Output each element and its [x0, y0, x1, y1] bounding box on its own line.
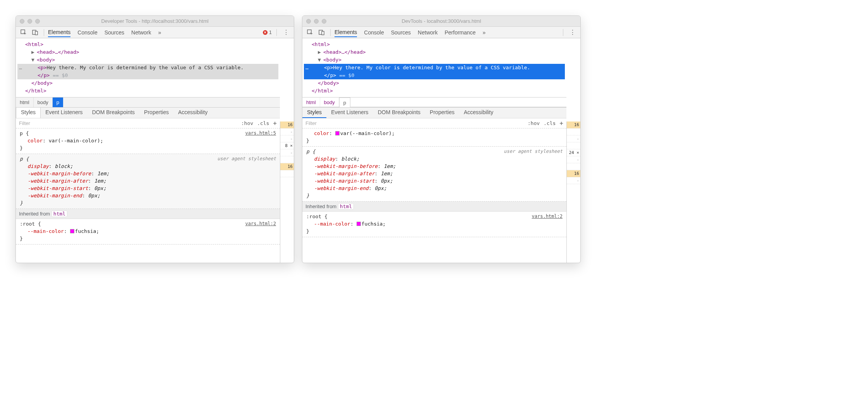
minimize-window-icon[interactable] — [27, 19, 32, 24]
inherited-from-bar: Inherited from html — [302, 202, 566, 212]
cls-toggle[interactable]: .cls — [544, 120, 556, 126]
dom-node-body-open[interactable]: ▼<body> — [304, 56, 565, 64]
inspect-element-icon[interactable] — [305, 29, 315, 36]
dom-node-p-selected[interactable]: <p>Hey there. My color is determined by … — [304, 64, 565, 79]
settings-kebab-icon[interactable]: ⋮ — [281, 29, 291, 36]
subtab-styles[interactable]: Styles — [16, 108, 41, 118]
styles-filter-row: :hov .cls + — [16, 118, 280, 128]
source-link[interactable]: vars.html:2 — [532, 214, 563, 219]
color-swatch-icon[interactable] — [70, 229, 74, 233]
tab-sources[interactable]: Sources — [105, 28, 124, 37]
breadcrumb: html body p — [302, 97, 566, 107]
svg-rect-5 — [322, 31, 324, 35]
subtab-event-listeners[interactable]: Event Listeners — [326, 108, 373, 118]
cls-toggle[interactable]: .cls — [257, 120, 269, 126]
dom-node-html-close[interactable]: </html> — [304, 87, 565, 95]
settings-kebab-icon[interactable]: ⋮ — [568, 29, 577, 36]
dom-node-html[interactable]: <html> — [304, 41, 565, 48]
dom-node-head[interactable]: ▶<head>…</head> — [304, 48, 565, 56]
style-rule-root[interactable]: vars.html:2 :root { --main-color: fuchsi… — [16, 219, 280, 245]
tab-console[interactable]: Console — [364, 28, 384, 37]
inherited-tag[interactable]: html — [338, 203, 354, 210]
style-rule-author[interactable]: vars.html:5 p { color: var(--main-color)… — [16, 128, 280, 154]
device-toggle-icon[interactable] — [31, 29, 40, 36]
subtab-properties[interactable]: Properties — [425, 108, 459, 118]
dom-node-head[interactable]: ▶<head>…</head> — [17, 48, 278, 56]
tab-elements[interactable]: Elements — [48, 28, 70, 37]
close-window-icon[interactable] — [306, 19, 311, 24]
color-swatch-icon[interactable] — [357, 222, 361, 226]
style-rule-useragent[interactable]: user agent stylesheet p { display: block… — [302, 147, 566, 202]
style-rule-root[interactable]: vars.html:2 :root { --main-color: fuchsi… — [302, 212, 566, 237]
strip-cell — [567, 142, 580, 149]
dom-tree[interactable]: <html> ▶<head>…</head> ▼<body> <p>Hey th… — [302, 38, 566, 97]
tab-network[interactable]: Network — [418, 28, 437, 37]
dom-node-body-close[interactable]: </body> — [304, 79, 565, 87]
strip-cell — [280, 156, 294, 163]
dom-node-body-open[interactable]: ▼<body> — [17, 56, 278, 64]
subtab-accessibility[interactable]: Accessibility — [173, 108, 212, 118]
tab-network[interactable]: Network — [131, 28, 151, 37]
more-tabs-icon[interactable]: » — [158, 29, 161, 36]
new-rule-button[interactable]: + — [273, 120, 277, 127]
inherited-tag[interactable]: html — [51, 210, 67, 217]
more-tabs-icon[interactable]: » — [483, 29, 486, 36]
dom-text: Hey there. My color is determined by the… — [46, 65, 244, 70]
strip-cell: - — [567, 177, 580, 184]
computed-strip: 16 - - 8 × - 16 — [280, 121, 294, 263]
dom-node-html-close[interactable]: </html> — [17, 87, 278, 95]
crumb-p-selected[interactable]: p — [53, 98, 63, 107]
crumb-html[interactable]: html — [16, 98, 34, 107]
computed-strip: 16 - 24 × - 16 - — [566, 121, 580, 263]
close-window-icon[interactable] — [20, 19, 24, 24]
dom-tree[interactable]: <html> ▶<head>…</head> ▼<body> <p>Hey th… — [16, 38, 280, 97]
strip-cell — [567, 163, 580, 170]
zoom-window-icon[interactable] — [322, 19, 326, 24]
source-link[interactable]: vars.html:5 — [245, 130, 276, 136]
tab-elements[interactable]: Elements — [335, 28, 357, 37]
crumb-html[interactable]: html — [302, 98, 320, 107]
hov-toggle[interactable]: :hov — [241, 120, 253, 126]
source-label: user agent stylesheet — [504, 148, 563, 155]
strip-cell: - — [567, 156, 580, 163]
tab-sources[interactable]: Sources — [391, 28, 411, 37]
hov-toggle[interactable]: :hov — [528, 120, 540, 126]
new-rule-button[interactable]: + — [559, 120, 563, 127]
subtab-event-listeners[interactable]: Event Listeners — [41, 108, 87, 118]
devtools-window-right: DevTools - localhost:3000/vars.html Elem… — [302, 15, 581, 263]
styles-filter-input[interactable] — [305, 120, 524, 126]
dom-node-p-selected[interactable]: <p>Hey there. My color is determined by … — [17, 64, 278, 79]
inspect-element-icon[interactable] — [19, 29, 28, 36]
minimize-window-icon[interactable] — [314, 19, 319, 24]
styles-pane: color: var(--main-color); } user agent s… — [302, 128, 566, 263]
tab-console[interactable]: Console — [77, 28, 97, 37]
strip-cell: - — [280, 128, 294, 135]
strip-cell: - — [567, 135, 580, 142]
subtab-accessibility[interactable]: Accessibility — [459, 108, 498, 118]
device-toggle-icon[interactable] — [317, 29, 326, 36]
error-count-badge[interactable]: ✕ 1 — [263, 29, 272, 35]
source-link[interactable]: vars.html:2 — [245, 221, 276, 226]
style-rule-useragent[interactable]: user agent stylesheet p { display: block… — [16, 154, 280, 209]
dom-node-html[interactable]: <html> — [17, 41, 278, 48]
traffic-lights — [306, 19, 326, 24]
crumb-p-selected[interactable]: p — [339, 98, 350, 107]
devtools-window-left: Developer Tools - http://localhost:3000/… — [15, 15, 294, 263]
error-icon: ✕ — [263, 30, 268, 35]
color-swatch-icon[interactable] — [335, 131, 340, 135]
subtab-styles[interactable]: Styles — [302, 108, 326, 118]
crumb-body[interactable]: body — [34, 98, 53, 107]
style-rule-author[interactable]: color: var(--main-color); } — [302, 128, 566, 147]
subtab-dom-breakpoints[interactable]: DOM Breakpoints — [373, 108, 425, 118]
styles-filter-input[interactable] — [19, 120, 237, 126]
main-tabs: Elements Console Sources Network » — [48, 28, 261, 37]
crumb-body[interactable]: body — [320, 98, 339, 107]
dom-node-body-close[interactable]: </body> — [17, 79, 278, 87]
subtab-dom-breakpoints[interactable]: DOM Breakpoints — [87, 108, 139, 118]
main-toolbar: Elements Console Sources Network » ✕ 1 ⋮ — [16, 27, 294, 38]
strip-cell: 16 — [567, 170, 580, 177]
subtab-properties[interactable]: Properties — [139, 108, 173, 118]
tab-performance[interactable]: Performance — [444, 28, 475, 37]
main-toolbar: Elements Console Sources Network Perform… — [302, 27, 580, 38]
zoom-window-icon[interactable] — [35, 19, 40, 24]
